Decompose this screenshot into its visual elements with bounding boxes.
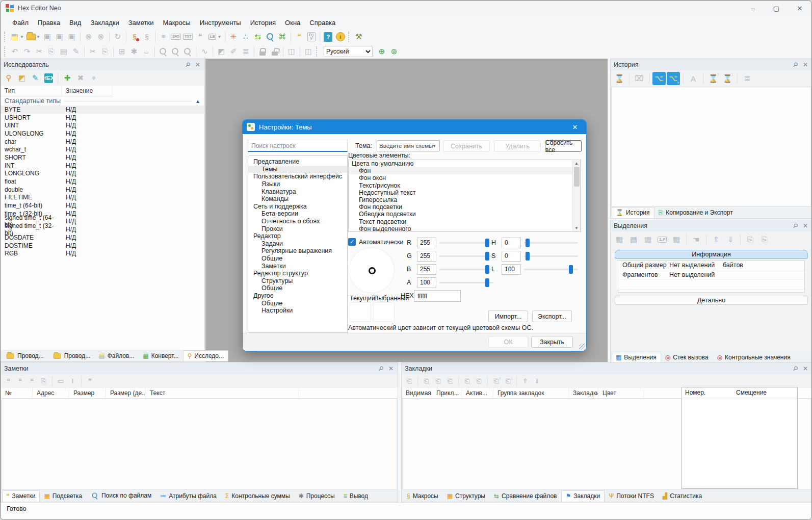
notes-tab-highlight[interactable]: ▦Подсветка bbox=[40, 490, 87, 502]
bookmarks-tab-ntfs-streams[interactable]: ΨПотоки NTFS bbox=[605, 490, 659, 502]
export-history-icon[interactable]: ⌛↑ bbox=[706, 72, 720, 85]
explorer-row[interactable]: signed time_t (32-bit)Н/Д bbox=[1, 225, 204, 233]
show-incremental-icon[interactable]: ⌥+ bbox=[667, 72, 680, 85]
color-wheel[interactable] bbox=[349, 248, 394, 293]
maximize-button[interactable]: ▢ bbox=[765, 1, 788, 16]
slider-value-input[interactable]: 255 bbox=[417, 238, 436, 248]
settings-tree-item[interactable]: Регулярные выражения bbox=[248, 247, 347, 255]
explorer-row[interactable]: INTН/Д bbox=[1, 162, 204, 170]
slider-value-input[interactable]: 255 bbox=[417, 264, 436, 275]
remove-type-icon[interactable]: ✖ bbox=[74, 72, 87, 84]
import-bookmarks-icon[interactable]: ⎗↓ bbox=[503, 376, 513, 386]
explorer-row[interactable]: RGBН/Д bbox=[1, 249, 204, 257]
goto-bookmark-icon[interactable]: ⎗ bbox=[444, 376, 455, 386]
delete-theme-button[interactable]: Удалить bbox=[494, 140, 541, 152]
inline-text-icon[interactable]: I bbox=[67, 376, 78, 386]
value-viewer-icon[interactable]: FQ V bbox=[305, 31, 318, 43]
close-button[interactable]: ✕ bbox=[788, 1, 811, 16]
settings-tree-item[interactable]: Отчётность о сбоях bbox=[248, 218, 347, 225]
copy-icon[interactable]: ⎘ bbox=[45, 45, 58, 58]
theme-combobox[interactable]: Введите имя схемы и▼ bbox=[377, 140, 440, 151]
selections-info-header[interactable]: Информация bbox=[615, 250, 808, 259]
slider-track[interactable] bbox=[524, 269, 578, 270]
reset-all-button[interactable]: Сбросить все bbox=[545, 140, 582, 152]
explorer-row[interactable]: FILETIMEН/Д bbox=[1, 194, 204, 202]
insert-bytes-icon[interactable]: ⊞ bbox=[116, 45, 128, 58]
selections-tab-watch-values[interactable]: ◎Контрольные значения bbox=[713, 352, 795, 363]
menu-item-8[interactable]: История bbox=[246, 17, 280, 28]
close-icon[interactable]: ✕ bbox=[388, 365, 394, 372]
slider-track[interactable] bbox=[439, 242, 493, 244]
palette-icon[interactable]: ◩ bbox=[16, 72, 28, 84]
notes-tab-file-attributes[interactable]: ≔Атрибуты файла bbox=[156, 490, 221, 502]
slider-track[interactable] bbox=[439, 255, 493, 257]
about-icon[interactable]: i bbox=[334, 31, 347, 43]
slider-track[interactable] bbox=[439, 282, 493, 283]
scroll-down-icon[interactable]: ▼ bbox=[573, 226, 580, 230]
explorer-row[interactable]: USHORTН/Д bbox=[1, 114, 204, 122]
resize-icon[interactable]: ⇔ bbox=[140, 45, 152, 58]
language-select[interactable]: Русский bbox=[324, 46, 373, 57]
history-branch-icon[interactable]: ⌛ bbox=[613, 72, 626, 85]
bookmarks-tab-macros[interactable]: §Макросы bbox=[403, 490, 443, 502]
close-icon[interactable]: ✕ bbox=[803, 61, 808, 68]
explorer-tab-explorer[interactable]: ⚲Исследо... bbox=[183, 350, 228, 361]
edit-icon[interactable]: ✎ bbox=[70, 45, 82, 58]
bookmarks-tab-structures[interactable]: ▦Структуры bbox=[443, 490, 490, 502]
menu-item-4[interactable]: Закладки bbox=[86, 17, 123, 28]
copy-special-icon[interactable]: ⎘ bbox=[99, 45, 111, 58]
unlock-icon[interactable] bbox=[269, 45, 281, 58]
open-1fo-icon[interactable]: 1FO bbox=[170, 31, 182, 43]
settings-tree-item[interactable]: Общие bbox=[248, 299, 347, 307]
open-txt-icon[interactable]: TXT bbox=[182, 31, 194, 43]
scroll-up-icon[interactable]: ▲ bbox=[573, 161, 580, 166]
explorer-column-1[interactable]: Тип bbox=[1, 86, 62, 96]
find-next-icon[interactable] bbox=[169, 45, 181, 58]
remove-bookmark-icon[interactable]: ⎗ bbox=[433, 376, 443, 386]
color-element-item[interactable]: Обводка подсветки bbox=[349, 211, 580, 218]
rename-state-icon[interactable]: A bbox=[687, 72, 700, 85]
bookmark-properties-icon[interactable]: ⎗ bbox=[474, 376, 484, 386]
find-pattern-icon[interactable]: ∿ bbox=[198, 45, 211, 58]
color-element-item[interactable]: Гиперссылка bbox=[349, 196, 580, 203]
comments-icon[interactable]: ❝ bbox=[293, 31, 305, 43]
redo-icon[interactable]: ↷ bbox=[21, 45, 33, 58]
details-button[interactable]: Детально bbox=[615, 296, 808, 305]
menu-item-2[interactable]: Правка bbox=[33, 17, 65, 28]
color-element-item[interactable]: Фон выделенного bbox=[349, 225, 580, 232]
copy-selection-icon[interactable]: ⎘ bbox=[744, 233, 757, 246]
new-file-icon[interactable]: ▤ bbox=[9, 31, 21, 43]
scroll-thumb[interactable] bbox=[574, 167, 580, 187]
undo-icon[interactable]: ↶ bbox=[9, 45, 21, 58]
mirror-view-icon[interactable]: ◫ bbox=[302, 45, 315, 58]
menu-item-3[interactable]: Вид bbox=[65, 17, 86, 28]
notes-tab-processes[interactable]: ✱Процессы bbox=[295, 490, 339, 502]
select-block-icon[interactable]: ▦ bbox=[670, 233, 683, 246]
select-none-icon[interactable]: ▦ bbox=[627, 233, 640, 246]
split-view-icon[interactable]: ◫ bbox=[285, 45, 298, 58]
plugins-icon[interactable]: ⌘ bbox=[276, 31, 289, 43]
slider-thumb[interactable] bbox=[569, 265, 573, 274]
import-history-icon[interactable]: ⌛↓ bbox=[721, 72, 734, 85]
hex-view-icon[interactable]: HEX bbox=[42, 72, 55, 84]
history-tab-copy-export[interactable]: ⎘Копирование и Экспорт bbox=[654, 207, 738, 218]
help-icon[interactable]: ? bbox=[322, 31, 334, 43]
add-bookmark-icon[interactable]: ⎗ bbox=[404, 376, 414, 386]
hex-input[interactable] bbox=[414, 290, 461, 302]
save-all-icon[interactable]: ▣ bbox=[66, 31, 78, 43]
pin-type-icon[interactable]: ⌖ bbox=[88, 72, 100, 84]
clear-history-icon[interactable]: ⌧ bbox=[633, 72, 646, 85]
column-header[interactable]: № bbox=[1, 388, 33, 398]
settings-search-input[interactable] bbox=[248, 140, 348, 152]
edit-bookmark-icon[interactable]: ⎗ bbox=[421, 376, 432, 386]
find-in-files-icon[interactable] bbox=[264, 31, 276, 43]
little-endian-icon[interactable]: LE bbox=[206, 31, 219, 43]
pin-icon[interactable]: ⚲ bbox=[791, 61, 799, 69]
history-notes-icon[interactable]: ≣ bbox=[741, 72, 754, 85]
copy-bookmark-icon[interactable]: ⎗ bbox=[462, 376, 473, 386]
import-button[interactable]: Импорт... bbox=[488, 310, 528, 322]
export-bookmarks-icon[interactable]: ⎗↑ bbox=[491, 376, 502, 386]
column-header[interactable]: Группа закладок bbox=[493, 388, 569, 398]
settings-tree-item[interactable]: Общие bbox=[248, 284, 347, 292]
explorer-group-header[interactable]: Стандартные типы▲ bbox=[1, 96, 204, 106]
